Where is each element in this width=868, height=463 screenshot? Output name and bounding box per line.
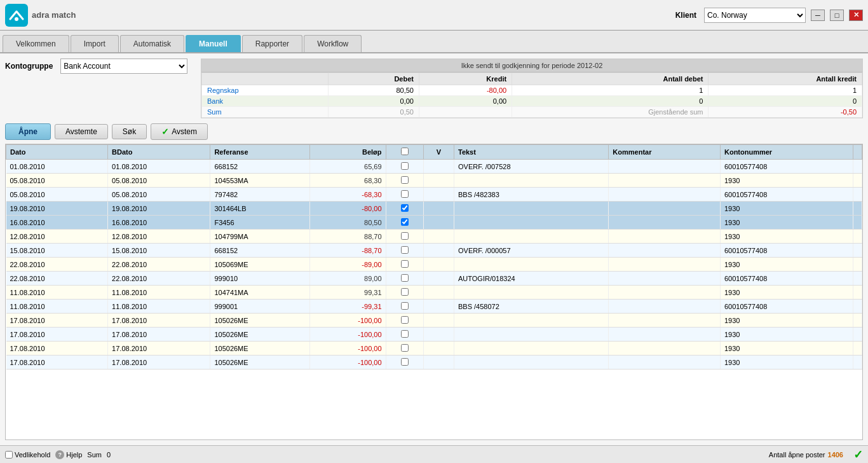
- col-checkbox[interactable]: [386, 145, 423, 160]
- close-button[interactable]: ✕: [849, 10, 863, 21]
- cell-bdato: 05.08.2010: [108, 188, 210, 202]
- sok-button[interactable]: Søk: [112, 124, 147, 139]
- sum-kredit: [419, 107, 512, 118]
- row-checkbox[interactable]: [401, 344, 409, 352]
- vedlikehold-item[interactable]: Vedlikehold: [5, 451, 50, 459]
- cell-referanse: 301464LB: [210, 202, 310, 216]
- cell-checkbox[interactable]: [386, 202, 423, 216]
- col-dato: Dato: [6, 145, 108, 160]
- tab-manuell[interactable]: Manuell: [186, 35, 241, 52]
- select-all-checkbox[interactable]: [401, 148, 409, 155]
- cell-kommentar: [609, 314, 721, 328]
- avstemte-button[interactable]: Avstemte: [55, 124, 108, 139]
- cell-checkbox[interactable]: [386, 342, 423, 356]
- row-checkbox[interactable]: [401, 232, 409, 240]
- row-checkbox[interactable]: [401, 330, 409, 338]
- cell-checkbox[interactable]: [386, 230, 423, 244]
- apne-button[interactable]: Åpne: [5, 123, 51, 140]
- cell-dato: 17.08.2010: [6, 356, 108, 370]
- cell-bdato: 16.08.2010: [108, 216, 210, 230]
- row-checkbox[interactable]: [401, 302, 409, 310]
- cell-kommentar: [609, 328, 721, 342]
- cell-checkbox[interactable]: [386, 356, 423, 370]
- cell-kommentar: [609, 300, 721, 314]
- sum-value: 0: [107, 451, 111, 459]
- row-checkbox[interactable]: [401, 162, 409, 170]
- cell-checkbox[interactable]: [386, 174, 423, 188]
- tab-workflow[interactable]: Workflow: [304, 35, 362, 52]
- cell-referanse: 105069ME: [210, 258, 310, 272]
- summary-row-sum: Sum 0,50 Gjenstående sum -0,50: [202, 107, 862, 118]
- cell-spacer: [853, 230, 862, 244]
- cell-kommentar: [609, 272, 721, 286]
- table-row: 12.08.2010 12.08.2010 104799MA 88,70 193…: [6, 230, 862, 244]
- cell-spacer: [853, 272, 862, 286]
- cell-v: [423, 300, 454, 314]
- cell-spacer: [853, 314, 862, 328]
- cell-tekst: OVERF. /000057: [454, 244, 608, 258]
- row-checkbox[interactable]: [401, 204, 409, 212]
- cell-kommentar: [609, 230, 721, 244]
- tab-velkommen[interactable]: Velkommen: [3, 35, 69, 52]
- hjelp-item[interactable]: ? Hjelp: [55, 450, 82, 459]
- cell-bdato: 12.08.2010: [108, 230, 210, 244]
- cell-bdato: 01.08.2010: [108, 160, 210, 174]
- row-checkbox[interactable]: [401, 190, 409, 198]
- cell-spacer: [853, 202, 862, 216]
- row-checkbox[interactable]: [401, 176, 409, 184]
- row-checkbox[interactable]: [401, 218, 409, 226]
- cell-checkbox[interactable]: [386, 300, 423, 314]
- row-checkbox[interactable]: [401, 274, 409, 282]
- table-row: 19.08.2010 19.08.2010 301464LB -80,00 19…: [6, 202, 862, 216]
- kontogruppe-select[interactable]: Bank Account Other: [60, 59, 187, 74]
- cell-checkbox[interactable]: [386, 272, 423, 286]
- cell-checkbox[interactable]: [386, 244, 423, 258]
- table-row: 17.08.2010 17.08.2010 105026ME -100,00 1…: [6, 356, 862, 370]
- minimize-button[interactable]: ─: [811, 10, 825, 21]
- klient-label: Klient: [675, 11, 696, 20]
- cell-tekst: [454, 286, 608, 300]
- tab-rapporter[interactable]: Rapporter: [242, 35, 302, 52]
- cell-checkbox[interactable]: [386, 314, 423, 328]
- data-table-wrapper[interactable]: Dato BDato Referanse Beløp V Tekst Komme…: [5, 144, 863, 440]
- vedlikehold-checkbox[interactable]: [5, 451, 13, 459]
- cell-spacer: [853, 356, 862, 370]
- maximize-button[interactable]: □: [830, 10, 844, 21]
- row-checkbox[interactable]: [401, 358, 409, 366]
- summary-row-bank: Bank 0,00 0,00 0 0: [202, 96, 862, 107]
- tab-automatisk[interactable]: Automatisk: [120, 35, 184, 52]
- sum-label: Sum: [87, 451, 102, 459]
- sum-gjenstaaende: Gjenstående sum: [512, 107, 709, 118]
- table-row: 15.08.2010 15.08.2010 668152 -88,70 OVER…: [6, 244, 862, 258]
- cell-referanse: 105026ME: [210, 356, 310, 370]
- cell-checkbox[interactable]: [386, 328, 423, 342]
- regnskap-antall-debet: 1: [512, 85, 709, 96]
- statusbar: Vedlikehold ? Hjelp Sum 0 Antall åpne po…: [0, 445, 868, 463]
- row-checkbox[interactable]: [401, 316, 409, 324]
- cell-belop: 89,00: [310, 272, 386, 286]
- cell-checkbox[interactable]: [386, 160, 423, 174]
- cell-v: [423, 356, 454, 370]
- summary-header-label: [202, 73, 329, 85]
- cell-checkbox[interactable]: [386, 216, 423, 230]
- row-checkbox[interactable]: [401, 288, 409, 296]
- cell-checkbox[interactable]: [386, 258, 423, 272]
- avstem-button[interactable]: ✓ Avstem: [151, 123, 208, 140]
- cell-tekst: [454, 230, 608, 244]
- summary-header-debet: Debet: [329, 73, 419, 85]
- cell-checkbox[interactable]: [386, 188, 423, 202]
- row-checkbox[interactable]: [401, 246, 409, 254]
- cell-bdato: 15.08.2010: [108, 244, 210, 258]
- tab-import[interactable]: Import: [71, 35, 119, 52]
- summary-table: Debet Kredit Antall debet Antall kredit …: [201, 73, 862, 118]
- cell-kontonummer: 1930: [720, 258, 853, 272]
- cell-spacer: [853, 342, 862, 356]
- cell-referanse: 668152: [210, 244, 310, 258]
- cell-dato: 12.08.2010: [6, 230, 108, 244]
- col-bdato: BDato: [108, 145, 210, 160]
- cell-checkbox[interactable]: [386, 286, 423, 300]
- cell-belop: -68,30: [310, 188, 386, 202]
- klient-select[interactable]: Co. Norway: [704, 8, 806, 23]
- row-checkbox[interactable]: [401, 260, 409, 268]
- cell-dato: 01.08.2010: [6, 160, 108, 174]
